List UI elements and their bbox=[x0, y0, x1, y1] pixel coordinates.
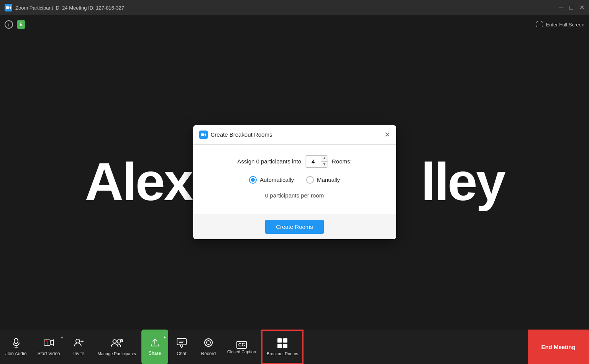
automatically-radio[interactable] bbox=[249, 176, 257, 184]
radio-row: Automatically Manually bbox=[202, 176, 387, 184]
modal-close-button[interactable]: ✕ bbox=[384, 131, 390, 138]
modal-header: Create Breakout Rooms ✕ bbox=[193, 125, 396, 145]
manually-option[interactable]: Manually bbox=[306, 176, 340, 184]
automatically-label: Automatically bbox=[260, 176, 294, 183]
modal-title: Create Breakout Rooms bbox=[211, 131, 384, 138]
svg-rect-1 bbox=[201, 133, 204, 136]
assign-row: Assign 0 participants into ▲ ▼ Rooms: bbox=[202, 155, 387, 168]
room-count-spinners: ▲ ▼ bbox=[321, 155, 328, 168]
room-count-field[interactable] bbox=[305, 156, 321, 167]
rooms-label: Rooms: bbox=[332, 158, 352, 165]
decrement-button[interactable]: ▼ bbox=[321, 162, 328, 168]
create-breakout-rooms-dialog: Create Breakout Rooms ✕ Assign 0 partici… bbox=[193, 125, 396, 239]
automatically-option[interactable]: Automatically bbox=[249, 176, 294, 184]
create-rooms-button[interactable]: Create Rooms bbox=[265, 220, 324, 234]
zoom-dialog-logo bbox=[199, 131, 208, 139]
manually-label: Manually bbox=[317, 176, 340, 183]
manually-radio[interactable] bbox=[306, 176, 314, 184]
participants-per-room: 0 participants per room bbox=[202, 192, 387, 199]
modal-footer: Create Rooms bbox=[193, 214, 396, 239]
assign-label: Assign 0 participants into bbox=[237, 158, 301, 165]
modal-overlay: Create Breakout Rooms ✕ Assign 0 partici… bbox=[0, 0, 589, 364]
modal-body: Assign 0 participants into ▲ ▼ Rooms: Au… bbox=[193, 145, 396, 214]
increment-button[interactable]: ▲ bbox=[321, 155, 328, 162]
room-count-input[interactable]: ▲ ▼ bbox=[305, 155, 328, 168]
